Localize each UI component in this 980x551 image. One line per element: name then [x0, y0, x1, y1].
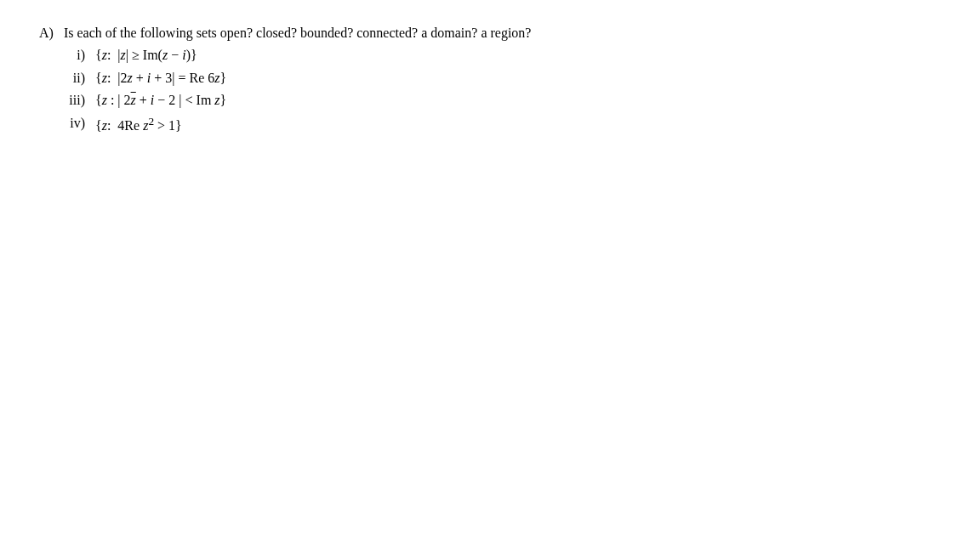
set-expression: {z: 4Re z2 > 1}	[95, 114, 182, 136]
set-expression: {z: |2z + i + 3| = Re 6z}	[95, 69, 226, 88]
roman-numeral: ii)	[63, 69, 85, 88]
question-label: A)	[39, 26, 54, 40]
roman-numeral: iii)	[63, 91, 85, 110]
sub-item: ii) {z: |2z + i + 3| = Re 6z}	[63, 69, 980, 88]
document-body: A) Is each of the following sets open? c…	[0, 0, 980, 135]
sub-item: iii) {z : | 2z + i − 2 | < Im z}	[63, 91, 980, 110]
question-heading: A) Is each of the following sets open? c…	[39, 24, 980, 43]
sub-item-list: i) {z: |z| ≥ Im(z − i)} ii) {z: |2z + i …	[39, 46, 980, 135]
question-text: Is each of the following sets open? clos…	[64, 26, 532, 40]
sub-item: iv) {z: 4Re z2 > 1}	[63, 114, 980, 136]
sub-item: i) {z: |z| ≥ Im(z − i)}	[63, 46, 980, 65]
roman-numeral: iv)	[63, 114, 85, 136]
set-expression: {z : | 2z + i − 2 | < Im z}	[95, 91, 226, 110]
roman-numeral: i)	[63, 46, 85, 65]
set-expression: {z: |z| ≥ Im(z − i)}	[95, 46, 197, 65]
